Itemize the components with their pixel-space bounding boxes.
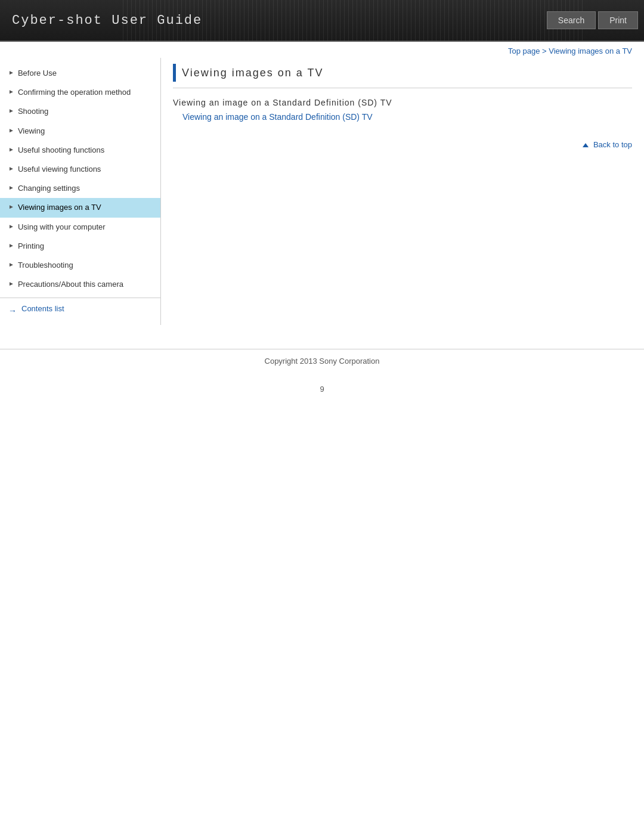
arrow-icon: ► bbox=[8, 222, 14, 231]
arrow-icon: ► bbox=[8, 165, 14, 173]
arrow-icon: ► bbox=[8, 88, 14, 96]
arrow-icon: ► bbox=[8, 241, 14, 250]
section-link[interactable]: Viewing an image on a Standard Definitio… bbox=[173, 112, 632, 122]
content-area: Viewing images on a TV Viewing an image … bbox=[161, 58, 644, 325]
arrow-icon: ► bbox=[8, 203, 14, 211]
sidebar-item-before-use[interactable]: ► Before Use bbox=[0, 64, 160, 83]
print-button[interactable]: Print bbox=[598, 11, 638, 29]
header-spacer bbox=[214, 0, 541, 41]
header: Cyber-shot User Guide Search Print bbox=[0, 0, 644, 42]
breadcrumb-link[interactable]: Top page > Viewing images on a TV bbox=[508, 47, 632, 55]
main-layout: ► Before Use ► Confirming the operation … bbox=[0, 58, 644, 325]
contents-list-link[interactable]: Contents list bbox=[8, 304, 152, 313]
arrow-icon: ► bbox=[8, 126, 14, 135]
app-title: Cyber-shot User Guide bbox=[0, 0, 214, 41]
sidebar-item-viewing[interactable]: ► Viewing bbox=[0, 122, 160, 141]
sidebar-item-confirming[interactable]: ► Confirming the operation method bbox=[0, 83, 160, 102]
sidebar-item-useful-viewing[interactable]: ► Useful viewing functions bbox=[0, 160, 160, 179]
sidebar-item-viewing-on-tv[interactable]: ► Viewing images on a TV bbox=[0, 198, 160, 217]
page-footer: Copyright 2013 Sony Corporation 9 bbox=[0, 349, 644, 405]
sidebar-item-useful-shooting[interactable]: ► Useful shooting functions bbox=[0, 141, 160, 160]
blue-bar-decoration bbox=[173, 64, 176, 82]
arrow-icon: ► bbox=[8, 261, 14, 269]
breadcrumb: Top page > Viewing images on a TV bbox=[0, 42, 644, 58]
back-to-top: Back to top bbox=[173, 134, 632, 155]
sidebar: ► Before Use ► Confirming the operation … bbox=[0, 58, 161, 325]
sidebar-item-printing[interactable]: ► Printing bbox=[0, 237, 160, 256]
arrow-icon: ► bbox=[8, 145, 14, 154]
page-title: Viewing images on a TV bbox=[182, 67, 323, 79]
copyright: Copyright 2013 Sony Corporation bbox=[0, 349, 644, 373]
sidebar-item-shooting[interactable]: ► Shooting bbox=[0, 102, 160, 121]
header-buttons: Search Print bbox=[541, 0, 644, 41]
arrow-icon: ► bbox=[8, 107, 14, 115]
section-heading: Viewing an image on a Standard Definitio… bbox=[173, 98, 632, 107]
arrow-right-icon bbox=[8, 306, 19, 312]
triangle-up-icon bbox=[583, 143, 589, 147]
sidebar-item-precautions[interactable]: ► Precautions/About this camera bbox=[0, 275, 160, 294]
search-button[interactable]: Search bbox=[547, 11, 596, 29]
sidebar-item-troubleshooting[interactable]: ► Troubleshooting bbox=[0, 256, 160, 275]
sidebar-item-changing-settings[interactable]: ► Changing settings bbox=[0, 179, 160, 198]
arrow-icon: ► bbox=[8, 280, 14, 288]
sidebar-footer: Contents list bbox=[0, 298, 160, 319]
page-number: 9 bbox=[0, 373, 644, 405]
arrow-icon: ► bbox=[8, 69, 14, 77]
back-to-top-link[interactable]: Back to top bbox=[583, 140, 632, 149]
sidebar-item-using-computer[interactable]: ► Using with your computer bbox=[0, 218, 160, 237]
page-title-section: Viewing images on a TV bbox=[173, 64, 632, 88]
arrow-icon: ► bbox=[8, 184, 14, 192]
